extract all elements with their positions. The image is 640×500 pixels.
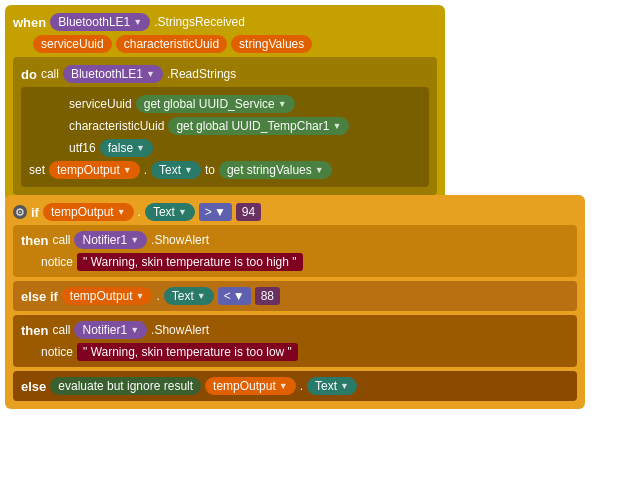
- temp-output3-pill[interactable]: tempOutput ▼: [205, 377, 296, 395]
- else-keyword: else: [21, 379, 46, 394]
- bluetooth-call-pill[interactable]: BluetoothLE1 ▼: [63, 65, 163, 83]
- false-pill[interactable]: false ▼: [100, 139, 153, 157]
- dropdown-arrow-icon: ▼: [136, 291, 145, 301]
- dropdown-arrow-icon: ▼: [233, 289, 245, 303]
- if-block: ⚙ if tempOutput ▼ . Text ▼ > ▼ 94 then c…: [5, 195, 585, 409]
- dropdown-arrow-icon: ▼: [332, 121, 341, 131]
- dropdown-arrow-icon: ▼: [340, 381, 349, 391]
- do-keyword: do: [21, 67, 37, 82]
- dot1: .: [138, 205, 141, 219]
- char-uuid-param: characteristicUuid: [116, 35, 227, 53]
- then1-keyword: then: [21, 233, 48, 248]
- get-service-uuid-pill[interactable]: get global UUID_Service ▼: [136, 95, 295, 113]
- warning-low-string: " Warning, skin temperature is too low ": [77, 343, 298, 361]
- call2-label: call: [52, 323, 70, 337]
- temp-output2-pill[interactable]: tempOutput ▼: [62, 287, 153, 305]
- dropdown-arrow-icon: ▼: [136, 143, 145, 153]
- dropdown-arrow-icon: ▼: [130, 235, 139, 245]
- notice1-label: notice: [41, 255, 73, 269]
- then1-block: then call Notifier1 ▼ .ShowAlert notice …: [13, 225, 577, 277]
- dropdown-arrow-icon: ▼: [117, 207, 126, 217]
- when-keyword: when: [13, 15, 46, 30]
- char-uuid-row-label: characteristicUuid: [69, 119, 164, 133]
- text3-pill[interactable]: Text ▼: [307, 377, 357, 395]
- show-alert2-label: .ShowAlert: [151, 323, 209, 337]
- string-values-param: stringValues: [231, 35, 312, 53]
- get-string-values-pill[interactable]: get stringValues ▼: [219, 161, 332, 179]
- utf16-label: utf16: [69, 141, 96, 155]
- dot2: .: [156, 289, 159, 303]
- do-block-inner: do call BluetoothLE1 ▼ .ReadStrings serv…: [13, 57, 437, 195]
- bluetooth-component-pill[interactable]: BluetoothLE1 ▼: [50, 13, 150, 31]
- text-pill1[interactable]: Text ▼: [151, 161, 201, 179]
- text1-pill[interactable]: Text ▼: [145, 203, 195, 221]
- then2-block: then call Notifier1 ▼ .ShowAlert notice …: [13, 315, 577, 367]
- dropdown-arrow-icon: ▼: [184, 165, 193, 175]
- dot-separator: .: [144, 163, 147, 177]
- val2-pill: 88: [255, 287, 280, 305]
- dot3: .: [300, 379, 303, 393]
- val1-pill: 94: [236, 203, 261, 221]
- notifier1b-pill[interactable]: Notifier1 ▼: [74, 321, 147, 339]
- show-alert1-label: .ShowAlert: [151, 233, 209, 247]
- text2-pill[interactable]: Text ▼: [164, 287, 214, 305]
- when-block: when BluetoothLE1 ▼ .StringsReceived ser…: [5, 5, 445, 203]
- gear-icon[interactable]: ⚙: [13, 205, 27, 219]
- temp-output-pill[interactable]: tempOutput ▼: [49, 161, 140, 179]
- set-label: set: [29, 163, 45, 177]
- dropdown-arrow-icon: ▼: [214, 205, 226, 219]
- call-label: call: [41, 67, 59, 81]
- warning-high-string: " Warning, skin temperature is too high …: [77, 253, 303, 271]
- dropdown-arrow-icon: ▼: [178, 207, 187, 217]
- else-if-keyword: else if: [21, 289, 58, 304]
- dropdown-arrow-icon: ▼: [279, 381, 288, 391]
- then2-keyword: then: [21, 323, 48, 338]
- dropdown-arrow-icon: ▼: [133, 17, 142, 27]
- call1-label: call: [52, 233, 70, 247]
- read-strings-params: serviceUuid get global UUID_Service ▼ ch…: [21, 87, 429, 187]
- service-uuid-row-label: serviceUuid: [69, 97, 132, 111]
- dropdown-arrow-icon: ▼: [197, 291, 206, 301]
- op1-pill[interactable]: > ▼: [199, 203, 232, 221]
- notice2-label: notice: [41, 345, 73, 359]
- dropdown-arrow-icon: ▼: [123, 165, 132, 175]
- if-keyword: if: [31, 205, 39, 220]
- else-block: else evaluate but ignore result tempOutp…: [13, 371, 577, 401]
- op2-pill[interactable]: < ▼: [218, 287, 251, 305]
- dropdown-arrow-icon: ▼: [278, 99, 287, 109]
- method-label: .ReadStrings: [167, 67, 236, 81]
- evaluate-pill[interactable]: evaluate but ignore result: [50, 377, 201, 395]
- event-label: .StringsReceived: [154, 15, 245, 29]
- temp-output1-pill[interactable]: tempOutput ▼: [43, 203, 134, 221]
- to-label: to: [205, 163, 215, 177]
- service-uuid-param: serviceUuid: [33, 35, 112, 53]
- dropdown-arrow-icon: ▼: [130, 325, 139, 335]
- notifier1a-pill[interactable]: Notifier1 ▼: [74, 231, 147, 249]
- dropdown-arrow-icon: ▼: [315, 165, 324, 175]
- get-tempchar-pill[interactable]: get global UUID_TempChar1 ▼: [168, 117, 349, 135]
- else-if-block: else if tempOutput ▼ . Text ▼ < ▼ 88: [13, 281, 577, 311]
- dropdown-arrow-icon: ▼: [146, 69, 155, 79]
